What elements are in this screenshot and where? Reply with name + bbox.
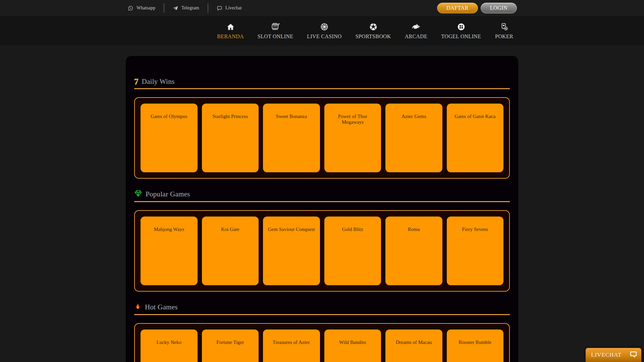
livechat-icon — [217, 5, 222, 11]
game-card[interactable]: Koi Gate — [202, 217, 259, 285]
game-card[interactable]: Sweet Bonanza — [263, 104, 320, 172]
topbar-inner: Whatsapp Telegram Livechat — [126, 0, 518, 16]
whatsapp-icon — [128, 5, 133, 11]
roulette-icon — [320, 22, 329, 31]
lucky-seven-icon: 7 — [134, 77, 139, 86]
nav-label: ARCADE — [405, 34, 428, 40]
game-title: Gold Blitz — [339, 227, 366, 285]
svg-text:777: 777 — [273, 25, 277, 28]
game-title: Dreams of Macau — [393, 340, 434, 362]
nav-items: BERANDA 777 SLOT ONLINE — [126, 16, 518, 45]
livechat-link[interactable]: Livechat — [208, 4, 250, 12]
poker-cards-icon — [500, 22, 508, 31]
game-title: Roma — [405, 227, 423, 285]
nav-label: BERANDA — [217, 34, 244, 40]
section-daily-wins: 7 Daily Wins Gates of Olympus Starlight … — [134, 77, 510, 179]
game-title: Wild Bandito — [336, 340, 369, 362]
game-card[interactable]: Rooster Rumble — [447, 329, 504, 362]
nav-item-live-casino[interactable]: LIVE CASINO — [307, 22, 341, 40]
game-card[interactable]: Gates of Gatot Kaca — [447, 104, 504, 172]
game-card[interactable]: Dreams of Macau — [385, 329, 442, 362]
nav-label: LIVE CASINO — [307, 34, 341, 40]
game-card[interactable]: Roma — [385, 217, 442, 285]
nav-item-beranda[interactable]: BERANDA — [217, 22, 244, 40]
nav-item-togel-online[interactable]: TOGEL ONLINE — [441, 22, 481, 40]
main-navbar: BERANDA 777 SLOT ONLINE — [0, 16, 644, 45]
nav-item-slot-online[interactable]: 777 SLOT ONLINE — [258, 22, 293, 40]
nav-label: POKER — [495, 34, 513, 40]
game-card[interactable]: Treasures of Aztec — [263, 329, 320, 362]
game-title: Fortune Tiger — [214, 340, 247, 362]
section-title: Popular Games — [146, 190, 190, 198]
game-card[interactable]: Gem Saviour Conquest — [263, 217, 320, 285]
games-row: Gates of Olympus Starlight Princess Swee… — [134, 97, 510, 179]
section-title: Daily Wins — [142, 77, 175, 86]
game-title: Sweet Bonanza — [273, 114, 310, 172]
livechat-widget-label: LIVECHAT — [591, 352, 622, 358]
livechat-widget[interactable]: LIVECHAT — [586, 348, 641, 362]
game-title: Lucky Neko — [154, 340, 184, 362]
game-card[interactable]: Power of Thor Megaways — [324, 104, 381, 172]
game-title: Starlight Princess — [210, 114, 251, 172]
game-card[interactable]: Wild Bandito — [324, 329, 381, 362]
section-header: Popular Games — [134, 189, 510, 202]
section-popular-games: Popular Games Mahjong Ways Koi Gate Gem … — [134, 189, 510, 292]
daftar-button[interactable]: DAFTAR — [437, 3, 478, 13]
section-header: 7 Daily Wins — [134, 77, 510, 89]
game-card[interactable]: Gates of Olympus — [141, 104, 198, 172]
topbar: Whatsapp Telegram Livechat — [0, 0, 644, 16]
game-title: Treasures of Aztec — [270, 340, 313, 362]
number-grid-icon — [457, 22, 466, 31]
nav-label: TOGEL ONLINE — [441, 34, 481, 40]
section-header: Hot Games — [134, 302, 510, 315]
game-title: Mahjong Ways — [151, 227, 187, 285]
section-hot-games: Hot Games Lucky Neko Fortune Tiger Treas… — [134, 302, 510, 362]
livechat-label: Livechat — [225, 5, 242, 11]
telegram-link[interactable]: Telegram — [164, 4, 208, 12]
game-title: Koi Gate — [218, 227, 242, 285]
game-card[interactable]: Fortune Tiger — [202, 329, 259, 362]
game-card[interactable]: Starlight Princess — [202, 104, 259, 172]
game-card[interactable]: Lucky Neko — [141, 329, 198, 362]
main-content-panel: 7 Daily Wins Gates of Olympus Starlight … — [126, 56, 518, 362]
section-title: Hot Games — [145, 303, 178, 311]
game-title: Gates of Gatot Kaca — [452, 114, 498, 172]
game-card[interactable]: Aztec Gems — [385, 104, 442, 172]
slot-machine-icon: 777 — [271, 22, 280, 31]
home-icon — [226, 22, 235, 31]
social-links: Whatsapp Telegram Livechat — [127, 0, 250, 16]
game-card[interactable]: Mahjong Ways — [141, 217, 198, 285]
auth-buttons: DAFTAR LOGIN — [437, 3, 517, 13]
game-title: Fiery Sevens — [459, 227, 491, 285]
chat-bubble-icon — [630, 351, 637, 360]
nav-item-poker[interactable]: POKER — [495, 22, 514, 40]
nav-label: SLOT ONLINE — [258, 34, 293, 40]
games-row: Mahjong Ways Koi Gate Gem Saviour Conque… — [134, 210, 510, 292]
game-title: Aztec Gems — [399, 114, 429, 172]
flame-icon — [134, 302, 142, 312]
telegram-label: Telegram — [181, 5, 199, 11]
game-title: Gem Saviour Conquest — [265, 227, 318, 285]
game-card[interactable]: Fiery Sevens — [447, 217, 504, 285]
game-title: Gates of Olympus — [148, 114, 190, 172]
nav-item-sportsbook[interactable]: SPORTSBOOK — [356, 22, 391, 40]
nav-label: SPORTSBOOK — [356, 34, 391, 40]
login-button[interactable]: LOGIN — [481, 3, 517, 13]
nav-item-arcade[interactable]: ARCADE — [405, 22, 428, 40]
game-card[interactable]: Gold Blitz — [324, 217, 381, 285]
game-title: Rooster Rumble — [456, 340, 494, 362]
game-title: Power of Thor Megaways — [324, 114, 381, 172]
games-row: Lucky Neko Fortune Tiger Treasures of Az… — [134, 323, 510, 362]
soccer-ball-icon — [369, 22, 378, 31]
shark-icon — [412, 22, 421, 31]
telegram-icon — [173, 5, 178, 11]
whatsapp-link[interactable]: Whatsapp — [127, 4, 164, 12]
gem-icon — [134, 189, 142, 199]
whatsapp-label: Whatsapp — [137, 5, 155, 11]
